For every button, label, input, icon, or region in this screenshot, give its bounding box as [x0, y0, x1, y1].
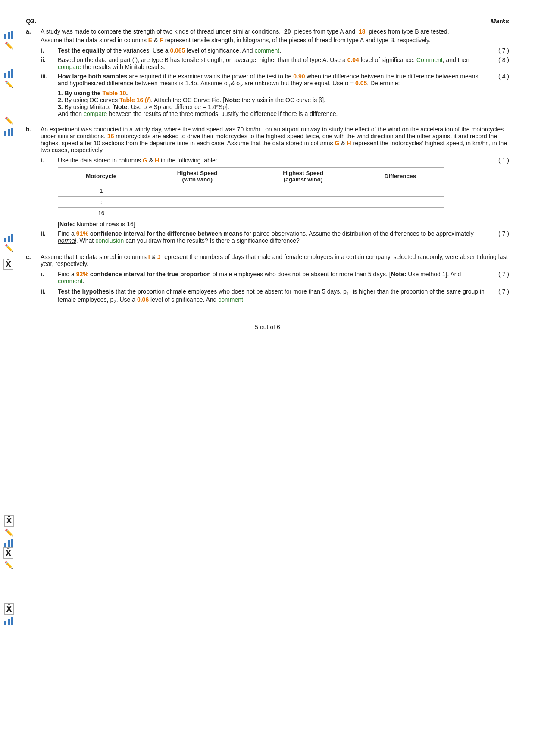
- table-cell-speed-against-1: [250, 185, 356, 196]
- table-cell-diff-dots: [356, 196, 444, 207]
- question-label: Q3.: [26, 17, 36, 25]
- c-sub-ii-mark: ( 7 ): [488, 288, 509, 304]
- by-3: 3. By using Minitab. [Note: Use σ ≈ Sp a…: [58, 103, 488, 110]
- table-cell-speed-wind-16: [144, 207, 250, 219]
- svg-rect-4: [8, 71, 10, 78]
- svg-rect-3: [4, 73, 6, 78]
- part-c-content: Assume that the data stored in columns I…: [41, 253, 509, 307]
- svg-rect-5: [11, 69, 13, 78]
- svg-rect-10: [8, 236, 10, 242]
- svg-rect-17: [11, 617, 13, 625]
- table-header-differences: Differences: [356, 167, 444, 185]
- svg-rect-1: [8, 32, 10, 39]
- table-row: 1: [58, 185, 444, 196]
- part-b-content: An experiment was conducted in a windy d…: [41, 126, 509, 247]
- bar-chart-icon-2: [3, 69, 15, 78]
- sub-ii-text: Based on the data and part (i), are type…: [58, 56, 488, 70]
- c-sub-ii-label: ii.: [41, 288, 56, 295]
- table-row: 16: [58, 207, 444, 219]
- table-cell-speed-wind-dots: [144, 196, 250, 207]
- part-a: a. A study was made to compare the stren…: [26, 28, 509, 120]
- part-a-intro3: pieces from type B are tested.: [369, 28, 449, 35]
- pencil-icon-2: ✏️: [5, 80, 13, 88]
- part-a-intro-line: A study was made to compare the strength…: [41, 28, 509, 35]
- footer-text: 5 out of 6: [255, 324, 280, 331]
- svg-rect-14: [11, 539, 13, 547]
- icons-c-i: X̄ ✏️: [3, 547, 13, 569]
- x-icon-cii: X̄: [4, 603, 14, 615]
- pencil-icon-c: ✏️: [5, 528, 13, 537]
- icons-c-ii: X̄: [3, 603, 15, 625]
- part-b-label: b.: [26, 126, 38, 133]
- sub-iii-mark: ( 4 ): [488, 73, 509, 80]
- sub-iii-label: iii.: [41, 73, 56, 80]
- svg-rect-11: [11, 234, 13, 242]
- part-a-sub-iii: iii. How large both samples are required…: [41, 73, 509, 117]
- b-sub-ii-content: Find a 91% confidence interval for the d…: [58, 230, 509, 244]
- table-header-motorcycle: Motorcycle: [58, 167, 144, 185]
- table-header-highest-speed-wind: Highest Speed(with wind): [144, 167, 250, 185]
- x-icon-ci: X̄: [3, 547, 13, 559]
- table-cell-diff-16: [356, 207, 444, 219]
- sub-i-text: Test the equality of the variances. Use …: [58, 47, 281, 54]
- table-cell-motorcycle-16: 16: [58, 207, 144, 219]
- svg-rect-7: [8, 129, 10, 136]
- part-a-sub-ii: ii. Based on the data and part (i), are …: [41, 56, 509, 70]
- svg-rect-13: [8, 540, 10, 547]
- part-a-content: A study was made to compare the strength…: [41, 28, 509, 120]
- part-a-intro: A study was made to compare the strength…: [41, 28, 281, 35]
- svg-rect-2: [11, 31, 13, 39]
- part-b-sub-ii: ii. Find a 91% confidence interval for t…: [41, 230, 509, 244]
- part-c-sub-i: i. Find a 92% confidence interval for th…: [41, 271, 509, 284]
- table-header-highest-speed-against: Highest Speed(against wind): [250, 167, 356, 185]
- icons-b-ii: ✏️: [3, 234, 15, 252]
- part-a-line2-text: Assume that the data stored in columns E…: [41, 37, 431, 44]
- icons-c: X̄ ✏️: [3, 515, 15, 547]
- svg-rect-9: [4, 238, 6, 242]
- sub-i-mark: ( 7 ): [488, 47, 509, 54]
- part-a-na: 20: [284, 28, 291, 35]
- svg-rect-12: [4, 543, 6, 547]
- table-cell-diff-1: [356, 185, 444, 196]
- table-cell-speed-against-16: [250, 207, 356, 219]
- table-cell-motorcycle-1: 1: [58, 185, 144, 196]
- sub-ii-mark: ( 8 ): [488, 56, 509, 70]
- svg-rect-6: [4, 131, 6, 136]
- sub-i-content: Test the equality of the variances. Use …: [58, 47, 509, 54]
- part-c-label: c.: [26, 253, 38, 260]
- table-cell-speed-wind-1: [144, 185, 250, 196]
- c-sub-ii-content: Test the hypothesis that the proportion …: [58, 288, 509, 304]
- compare-line: And then compare between the results of …: [58, 110, 488, 117]
- table-cell-speed-against-dots: [250, 196, 356, 207]
- part-c: c. Assume that the data stored in column…: [26, 253, 509, 307]
- pencil-icon-bii: ✏️: [5, 244, 13, 252]
- svg-rect-15: [4, 621, 6, 625]
- svg-rect-8: [11, 128, 13, 136]
- bar-chart-icon-3: [3, 127, 15, 136]
- table-row: :: [58, 196, 444, 207]
- part-a-nb: 18: [359, 28, 366, 35]
- c-sub-i-content: Find a 92% confidence interval for the t…: [58, 271, 509, 284]
- part-b: b. An experiment was conducted in a wind…: [26, 126, 509, 247]
- b-sub-i-label: i.: [41, 157, 56, 164]
- sub-i-label: i.: [41, 47, 56, 54]
- by-2: 2. By using OC curves Table 16 (f). Atta…: [58, 97, 488, 103]
- b-sub-ii-mark: ( 7 ): [488, 230, 509, 244]
- part-a-line2: Assume that the data stored in columns E…: [41, 37, 509, 44]
- b-sub-ii-label: ii.: [41, 230, 56, 237]
- svg-rect-0: [4, 34, 6, 39]
- pencil-icon-ci: ✏️: [4, 561, 13, 569]
- bar-chart-icon-c: [3, 538, 15, 547]
- c-sub-i-mark: ( 7 ): [488, 271, 509, 284]
- b-sub-i-text-block: Use the data stored in columns G & H in …: [58, 157, 488, 228]
- pencil-icon-3: ✏️: [5, 116, 13, 125]
- b-sub-i-content: Use the data stored in columns G & H in …: [58, 157, 509, 228]
- part-b-intro: An experiment was conducted in a windy d…: [41, 126, 509, 153]
- table-cell-motorcycle-dots: :: [58, 196, 144, 207]
- x-icon-b: X̄: [3, 259, 13, 270]
- sub-iii-text: How large both samples are required if t…: [58, 73, 478, 87]
- svg-rect-16: [8, 619, 10, 625]
- part-b-sub-i: i. Use the data stored in columns G & H …: [41, 157, 509, 228]
- bar-chart-icon-bii: [3, 234, 15, 242]
- c-sub-ii-text: Test the hypothesis that the proportion …: [58, 288, 488, 304]
